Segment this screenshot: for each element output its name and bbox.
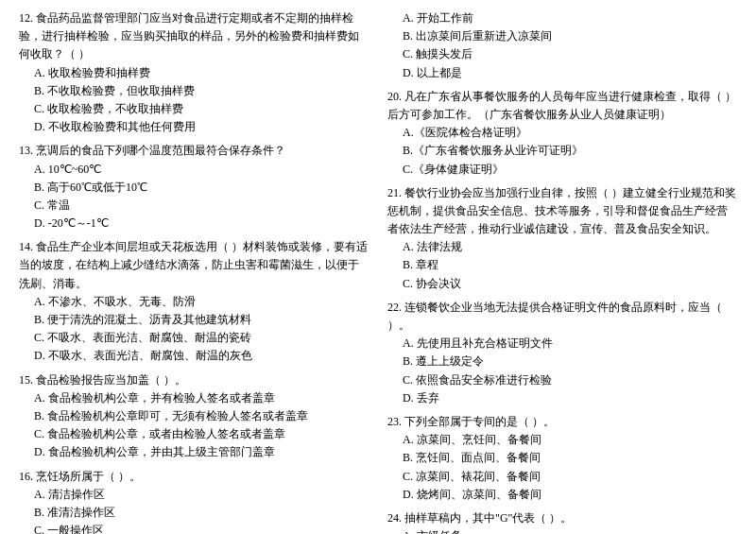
question-15: 15. 食品检验报告应当加盖（ ）。 A. 食品检验机构公章，并有检验人签名或者…: [19, 371, 369, 462]
q23-optA: A. 凉菜间、烹饪间、备餐间: [403, 431, 737, 449]
q15-optB: B. 食品检验机构公章即可，无须有检验人签名或者盖章: [34, 407, 369, 425]
content-grid: 12. 食品药品监督管理部门应当对食品进行定期或者不定期的抽样检验，进行抽样检验…: [19, 9, 737, 534]
q22-optB: B. 遵上上级定令: [403, 353, 737, 370]
q21-optB: B. 章程: [403, 256, 737, 274]
q19-optA: A. 开始工作前: [403, 9, 737, 27]
q12-title: 12. 食品药品监督管理部门应当对食品进行定期或者不定期的抽样检验，进行抽样检验…: [19, 9, 369, 64]
question-13: 13. 烹调后的食品下列哪个温度范围最符合保存条件？ A. 10℃~60℃ B.…: [19, 142, 369, 233]
question-20: 20. 凡在广东省从事餐饮服务的人员每年应当进行健康检查，取得（ ）后方可参加工…: [387, 88, 737, 179]
q21-options: A. 法律法规 B. 章程 C. 协会决议: [403, 238, 737, 293]
q21-optC: C. 协会决议: [403, 275, 737, 293]
left-column: 12. 食品药品监督管理部门应当对食品进行定期或者不定期的抽样检验，进行抽样检验…: [19, 9, 369, 534]
q12-options: A. 收取检验费和抽样费 B. 不收取检验费，但收取抽样费 C. 收取检验费，不…: [34, 64, 369, 137]
q23-options: A. 凉菜间、烹饪间、备餐间 B. 烹饪间、面点间、备餐间 C. 凉菜间、裱花间…: [403, 431, 737, 504]
question-16: 16. 烹饪场所属于（ ）。 A. 清洁操作区 B. 准清洁操作区 C. 一般操…: [19, 468, 369, 535]
q16-options: A. 清洁操作区 B. 准清洁操作区 C. 一般操作区 D. 非食品处理区: [34, 486, 369, 534]
q15-optC: C. 食品检验机构公章，或者由检验人签名或者盖章: [34, 425, 369, 443]
q20-options: A.《医院体检合格证明》 B.《广东省餐饮服务从业许可证明》 C.《身体健康证明…: [403, 124, 737, 179]
q23-optB: B. 烹饪间、面点间、备餐间: [403, 449, 737, 467]
q16-title: 16. 烹饪场所属于（ ）。: [19, 468, 369, 486]
q21-title: 21. 餐饮行业协会应当加强行业自律，按照（ ）建立健全行业规范和奖惩机制，提供…: [387, 184, 737, 239]
q24-options: A. 市级任务 B. 国级任务 C. 区县自主抽检任务 D. 省级监督抽检任务: [403, 527, 737, 534]
page: 12. 食品药品监督管理部门应当对食品进行定期或者不定期的抽样检验，进行抽样检验…: [19, 9, 737, 534]
question-22: 22. 连锁餐饮企业当地无法提供合格证明文件的食品原料时，应当（ ）。 A. 先…: [387, 299, 737, 407]
q16-optB: B. 准清洁操作区: [34, 504, 369, 522]
right-column: A. 开始工作前 B. 出凉菜间后重新进入凉菜间 C. 触摸头发后 D. 以上都…: [387, 9, 737, 534]
q12-optA: A. 收取检验费和抽样费: [34, 64, 369, 82]
q13-title: 13. 烹调后的食品下列哪个温度范围最符合保存条件？: [19, 142, 369, 160]
q20-optA: A.《医院体检合格证明》: [403, 124, 737, 142]
q20-title: 20. 凡在广东省从事餐饮服务的人员每年应当进行健康检查，取得（ ）后方可参加工…: [387, 88, 737, 124]
q23-optC: C. 凉菜间、裱花间、备餐间: [403, 468, 737, 486]
q22-optC: C. 依照食品安全标准进行检验: [403, 371, 737, 389]
q13-optA: A. 10℃~60℃: [34, 161, 369, 179]
q15-optD: D. 食品检验机构公章，并由其上级主管部门盖章: [34, 443, 369, 461]
question-14: 14. 食品生产企业本间层坦或天花板选用（ ）材料装饰或装修，要有适当的坡度，在…: [19, 238, 369, 365]
q23-title: 23. 下列全部属于专间的是（ ）。: [387, 413, 737, 431]
q19-optD: D. 以上都是: [403, 64, 737, 82]
q12-optC: C. 收取检验费，不收取抽样费: [34, 100, 369, 118]
q24-optA: A. 市级任务: [403, 527, 737, 534]
question-23: 23. 下列全部属于专间的是（ ）。 A. 凉菜间、烹饪间、备餐间 B. 烹饪间…: [387, 413, 737, 504]
q14-optA: A. 不渗水、不吸水、无毒、防滑: [34, 293, 369, 311]
question-12: 12. 食品药品监督管理部门应当对食品进行定期或者不定期的抽样检验，进行抽样检验…: [19, 9, 369, 136]
q19-optC: C. 触摸头发后: [403, 45, 737, 63]
q24-title: 24. 抽样草稿内，其中"G"代表（ ）。: [387, 509, 737, 527]
q14-options: A. 不渗水、不吸水、无毒、防滑 B. 便于清洗的混凝土、沥青及其他建筑材料 C…: [34, 293, 369, 366]
q22-optD: D. 丢弃: [403, 389, 737, 407]
q13-options: A. 10℃~60℃ B. 高于60℃或低于10℃ C. 常温 D. -20℃～…: [34, 161, 369, 233]
q15-optA: A. 食品检验机构公章，并有检验人签名或者盖章: [34, 389, 369, 407]
q20-optC: C.《身体健康证明》: [403, 161, 737, 179]
q16-optA: A. 清洁操作区: [34, 486, 369, 504]
q22-optA: A. 先使用且补充合格证明文件: [403, 335, 737, 353]
question-21: 21. 餐饮行业协会应当加强行业自律，按照（ ）建立健全行业规范和奖惩机制，提供…: [387, 184, 737, 293]
q19-options-block: A. 开始工作前 B. 出凉菜间后重新进入凉菜间 C. 触摸头发后 D. 以上都…: [387, 9, 737, 82]
q15-title: 15. 食品检验报告应当加盖（ ）。: [19, 371, 369, 389]
q15-options: A. 食品检验机构公章，并有检验人签名或者盖章 B. 食品检验机构公章即可，无须…: [34, 389, 369, 462]
q13-optB: B. 高于60℃或低于10℃: [34, 179, 369, 197]
q14-optC: C. 不吸水、表面光洁、耐腐蚀、耐温的瓷砖: [34, 329, 369, 347]
q21-optA: A. 法律法规: [403, 238, 737, 256]
q14-optB: B. 便于清洗的混凝土、沥青及其他建筑材料: [34, 311, 369, 329]
q13-optC: C. 常温: [34, 197, 369, 215]
q14-optD: D. 不吸水、表面光洁、耐腐蚀、耐温的灰色: [34, 347, 369, 365]
question-24: 24. 抽样草稿内，其中"G"代表（ ）。 A. 市级任务 B. 国级任务 C.…: [387, 509, 737, 534]
q19-options: A. 开始工作前 B. 出凉菜间后重新进入凉菜间 C. 触摸头发后 D. 以上都…: [403, 9, 737, 82]
q19-optB: B. 出凉菜间后重新进入凉菜间: [403, 27, 737, 45]
q14-title: 14. 食品生产企业本间层坦或天花板选用（ ）材料装饰或装修，要有适当的坡度，在…: [19, 238, 369, 293]
q13-optD: D. -20℃～-1℃: [34, 215, 369, 233]
q20-optB: B.《广东省餐饮服务从业许可证明》: [403, 142, 737, 160]
q16-optC: C. 一般操作区: [34, 522, 369, 534]
q22-options: A. 先使用且补充合格证明文件 B. 遵上上级定令 C. 依照食品安全标准进行检…: [403, 335, 737, 407]
q12-optD: D. 不收取检验费和其他任何费用: [34, 118, 369, 136]
q12-optB: B. 不收取检验费，但收取抽样费: [34, 82, 369, 100]
q22-title: 22. 连锁餐饮企业当地无法提供合格证明文件的食品原料时，应当（ ）。: [387, 299, 737, 335]
q23-optD: D. 烧烤间、凉菜间、备餐间: [403, 486, 737, 504]
